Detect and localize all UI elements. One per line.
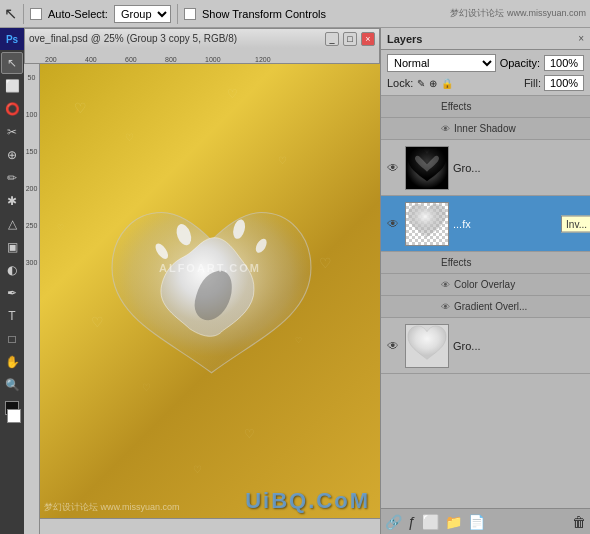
fill-input[interactable] xyxy=(544,75,584,91)
canvas-content[interactable]: ♡ ♡ ♡ ♡ ♡ ♡ ♡ ♡ ♡ ♡ ♡ xyxy=(40,64,380,518)
new-layer-btn[interactable]: 📄 xyxy=(468,514,485,530)
shape-tool[interactable]: □ xyxy=(1,328,23,350)
link-layers-btn[interactable]: 🔗 xyxy=(385,514,402,530)
layers-title: Layers xyxy=(387,33,574,45)
auto-select-checkbox[interactable] xyxy=(30,8,42,20)
layer-eye-2[interactable]: 👁 xyxy=(385,216,401,232)
sparkle-heart-10: ♡ xyxy=(193,464,202,475)
layer-thumb-dark-heart xyxy=(405,146,449,190)
dark-heart-svg xyxy=(406,147,448,189)
canvas-image: ♡ ♡ ♡ ♡ ♡ ♡ ♡ ♡ ♡ ♡ ♡ xyxy=(40,64,380,518)
fill-label: Fill: xyxy=(524,77,541,89)
ruler-vertical: 50 100 150 200 250 300 xyxy=(24,64,40,534)
layer-name-white: Gro... xyxy=(453,340,586,352)
gradient-tool[interactable]: ▣ xyxy=(1,236,23,258)
thumb-dark-heart-fill xyxy=(406,147,448,189)
canvas-area: ove_final.psd @ 25% (Group 3 copy 5, RGB… xyxy=(24,28,590,534)
clone-tool[interactable]: ✱ xyxy=(1,190,23,212)
bg-color[interactable] xyxy=(7,409,21,423)
blend-mode-row: Normal Opacity: xyxy=(387,54,584,72)
lock-row: Lock: ✎ ⊕ 🔒 Fill: xyxy=(387,75,584,91)
effects-label-top: Effects xyxy=(441,101,471,112)
effects-header-top: Effects xyxy=(381,96,590,118)
opacity-label: Opacity: xyxy=(500,57,540,69)
v-tick-3: 150 xyxy=(26,148,38,155)
lock-label: Lock: xyxy=(387,77,413,89)
blend-mode-dropdown[interactable]: Normal xyxy=(387,54,496,72)
select-tool[interactable]: ⬜ xyxy=(1,75,23,97)
fill-group: Fill: xyxy=(524,75,584,91)
crop-tool[interactable]: ✂ xyxy=(1,121,23,143)
lock-move-icon[interactable]: ⊕ xyxy=(429,78,437,89)
scroll-h[interactable] xyxy=(40,518,380,534)
eyedrop-tool[interactable]: ⊕ xyxy=(1,144,23,166)
effects-header-2: Effects xyxy=(381,252,590,274)
pen-tool[interactable]: ✒ xyxy=(1,282,23,304)
layers-list[interactable]: Effects 👁 Inner Shadow 👁 xyxy=(381,96,590,508)
lasso-tool[interactable]: ⭕ xyxy=(1,98,23,120)
ruler-tick-600: 600 xyxy=(125,56,137,63)
effect-eye-icon-3[interactable]: 👁 xyxy=(441,302,450,312)
add-style-btn[interactable]: ƒ xyxy=(408,514,416,530)
opacity-input[interactable] xyxy=(544,55,584,71)
layer-item-light-heart[interactable]: 👁 xyxy=(381,196,590,252)
lock-all-icon[interactable]: 🔒 xyxy=(441,78,453,89)
gradient-overlay-item[interactable]: 👁 Gradient Overl... xyxy=(381,296,590,318)
ruler-tick-1000: 1000 xyxy=(205,56,221,63)
v-tick-2: 100 xyxy=(26,111,38,118)
v-tick-6: 300 xyxy=(26,259,38,266)
auto-select-label: Auto-Select: xyxy=(48,8,108,20)
close-btn[interactable]: × xyxy=(361,32,375,46)
eraser-tool[interactable]: △ xyxy=(1,213,23,235)
light-heart-svg xyxy=(406,203,448,245)
doc-title: ove_final.psd @ 25% (Group 3 copy 5, RGB… xyxy=(29,33,321,44)
transform-checkbox[interactable] xyxy=(184,8,196,20)
v-tick-5: 250 xyxy=(26,222,38,229)
effect-eye-icon-2[interactable]: 👁 xyxy=(441,280,450,290)
toolbox: ↖ ⬜ ⭕ ✂ ⊕ ✏ ✱ △ ▣ ◐ ✒ T □ ✋ 🔍 xyxy=(0,50,24,534)
zoom-tool[interactable]: 🔍 xyxy=(1,374,23,396)
layers-bottom-toolbar: 🔗 ƒ ⬜ 📁 📄 🗑 xyxy=(381,508,590,534)
sparkle-heart-5: ♡ xyxy=(57,223,64,232)
layer-eye-3[interactable]: 👁 xyxy=(385,338,401,354)
effect-eye-icon-1[interactable]: 👁 xyxy=(441,124,450,134)
lock-edit-icon[interactable]: ✎ xyxy=(417,78,425,89)
maximize-btn[interactable]: □ xyxy=(343,32,357,46)
layer-name-light: ...fx xyxy=(453,218,569,230)
top-watermark: 梦幻设计论坛 www.missyuan.com xyxy=(450,7,586,20)
layers-header: Layers × xyxy=(381,28,590,50)
heart-svg xyxy=(101,132,322,459)
effects-label-2: Effects xyxy=(441,257,471,268)
v-tick-1: 50 xyxy=(28,74,36,81)
hand-tool[interactable]: ✋ xyxy=(1,351,23,373)
move-tool-arrow[interactable]: ↖ xyxy=(4,4,17,23)
layers-panel: Layers × Normal Opacity: Lock: ✎ ⊕ 🔒 xyxy=(380,28,590,534)
top-toolbar: ↖ Auto-Select: Group Show Transform Cont… xyxy=(0,0,590,28)
new-group-btn[interactable]: 📁 xyxy=(445,514,462,530)
canvas-watermark: ALFOART.COM xyxy=(159,262,261,274)
inner-shadow-item[interactable]: 👁 Inner Shadow xyxy=(381,118,590,140)
layer-eye-1[interactable]: 👁 xyxy=(385,160,401,176)
ruler-horizontal: 200 400 600 800 1000 1200 xyxy=(24,48,380,64)
sparkle-heart-1: ♡ xyxy=(74,100,90,114)
layer-item-white-heart[interactable]: 👁 xyxy=(381,318,590,374)
sparkle-heart-3: ♡ xyxy=(227,87,238,101)
minimize-btn[interactable]: _ xyxy=(325,32,339,46)
color-overlay-item[interactable]: 👁 Color Overlay xyxy=(381,274,590,296)
group-dropdown[interactable]: Group xyxy=(114,5,171,23)
brush-tool[interactable]: ✏ xyxy=(1,167,23,189)
main-area: Ps ↖ ⬜ ⭕ ✂ ⊕ ✏ ✱ △ ▣ ◐ ✒ T □ ✋ 🔍 xyxy=(0,28,590,534)
add-mask-btn[interactable]: ⬜ xyxy=(422,514,439,530)
move-tool[interactable]: ↖ xyxy=(1,52,23,74)
layer-thumb-white xyxy=(405,324,449,368)
delete-layer-btn[interactable]: 🗑 xyxy=(572,514,586,530)
type-tool[interactable]: T xyxy=(1,305,23,327)
canvas-watermark-bottom: 梦幻设计论坛 www.missyuan.com xyxy=(44,501,180,514)
color-overlay-label: Color Overlay xyxy=(454,279,515,290)
dodge-tool[interactable]: ◐ xyxy=(1,259,23,281)
layer-item-dark-heart[interactable]: 👁 xyxy=(381,140,590,196)
layers-close-btn[interactable]: × xyxy=(578,33,584,44)
ruler-tick-400: 400 xyxy=(85,56,97,63)
separator-2 xyxy=(177,4,178,24)
ruler-tick-1200: 1200 xyxy=(255,56,271,63)
